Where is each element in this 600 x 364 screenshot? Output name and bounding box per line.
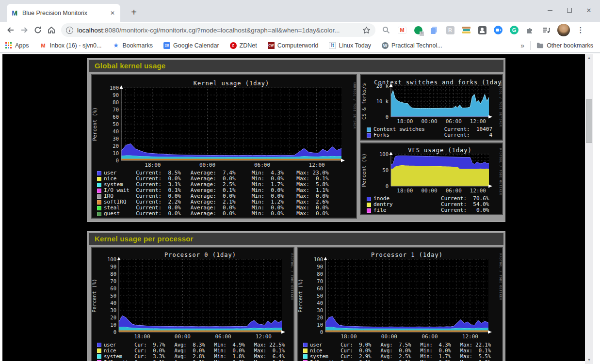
- zoom-extension-icon[interactable]: [493, 25, 503, 35]
- svg-text:50: 50: [317, 293, 323, 299]
- svg-text:70: 70: [113, 107, 119, 112]
- library-extension-icon[interactable]: [461, 25, 471, 35]
- page-info-icon[interactable]: i: [66, 27, 73, 34]
- svg-text:80: 80: [110, 271, 116, 277]
- signal-extension-icon[interactable]: [477, 25, 487, 35]
- tab-blue-precision-monitorix[interactable]: MM Blue Precision Monitorix ✕: [7, 4, 120, 22]
- bookmark-zdnet[interactable]: Z ZDNet: [230, 42, 257, 49]
- search-extension-icon[interactable]: [381, 25, 391, 35]
- scroll-up-icon[interactable]: ▲: [585, 54, 593, 62]
- svg-text:60: 60: [113, 114, 119, 120]
- svg-text:RRDTOOL / TOBI OETIKER: RRDTOOL / TOBI OETIKER: [499, 253, 502, 301]
- forward-icon: [20, 26, 29, 34]
- profile-avatar[interactable]: [557, 24, 570, 36]
- bookmarks-overflow-icon[interactable]: »: [520, 42, 524, 49]
- svg-text:50: 50: [110, 293, 116, 299]
- svg-text:Context switches and forks (1: Context switches and forks (1day): [374, 79, 502, 86]
- browser-window: MM Blue Precision Monitorix ✕ + ✕ i loca…: [0, 0, 600, 364]
- svg-text:12:00: 12:00: [470, 118, 486, 125]
- bookmark-apps[interactable]: Apps: [5, 42, 29, 49]
- bookmark-inbox[interactable]: M Inbox (16) - sjvn0...: [40, 42, 102, 49]
- legend-row: user Cur: 9.0% Avg: 7.5% Min: 4.3% Max: …: [303, 342, 491, 348]
- svg-text:18:00: 18:00: [397, 188, 413, 194]
- legend-text: I/O wait Cur: 0.1% Avg: 0.1% Min: 0.0% M…: [310, 359, 491, 361]
- computerworld-icon: CW: [268, 42, 275, 49]
- gmail-extension-icon[interactable]: M: [397, 25, 407, 35]
- svg-text:12:00: 12:00: [462, 333, 478, 340]
- reload-button[interactable]: [31, 23, 45, 37]
- vfs-usage-graph[interactable]: VFS usage (1day)10050018:0000:0006:0012:…: [360, 142, 503, 215]
- svg-text:40: 40: [110, 300, 116, 306]
- legend-swatch-icon: [97, 360, 101, 361]
- svg-text:70: 70: [317, 278, 323, 284]
- legend-text: file Current: 0.0%: [373, 207, 489, 213]
- legend-row: I/O wait Cur: 0.1% Avg: 0.1% Min: 0.0% M…: [303, 359, 491, 361]
- svg-text:50: 50: [113, 121, 119, 127]
- url-text[interactable]: localhost:8080/monitorix-cgi/monitorix.c…: [77, 27, 362, 34]
- home-button[interactable]: [45, 23, 58, 37]
- svg-text:18:00: 18:00: [341, 333, 357, 340]
- bookmark-computerworld[interactable]: CW Computerworld: [268, 42, 319, 49]
- minimize-button[interactable]: [544, 4, 556, 16]
- svg-text:70: 70: [110, 278, 116, 284]
- legend-swatch-icon: [97, 171, 101, 175]
- svg-text:20: 20: [110, 315, 116, 320]
- legend-swatch-icon: [367, 203, 371, 207]
- grammarly-extension-icon[interactable]: G: [509, 25, 519, 35]
- context-switches-graph[interactable]: Context switches and forks (1day)20 k10 …: [360, 74, 503, 141]
- graph-legend: Context switches Current: 10407Forks Cur…: [367, 127, 492, 138]
- bookmark-google-calendar[interactable]: 28 Google Calendar: [163, 42, 219, 49]
- svg-text:00:00: 00:00: [175, 333, 191, 340]
- bookmark-bookmarks[interactable]: ★ Bookmarks: [113, 42, 153, 49]
- scroll-down-icon[interactable]: ▼: [585, 356, 593, 364]
- svg-text:12:00: 12:00: [309, 162, 325, 168]
- reader-extension-icon[interactable]: R: [445, 25, 455, 35]
- svg-text:Processor 0 (1day): Processor 0 (1day): [164, 252, 236, 258]
- legend-swatch-icon: [367, 127, 371, 132]
- bookmark-practical-technology[interactable]: W Practical Technol...: [382, 42, 442, 49]
- bookmark-linux-today[interactable]: lt Linux Today: [329, 42, 371, 49]
- legend-text: user Cur: 9.0% Avg: 7.5% Min: 4.3% Max: …: [310, 342, 491, 348]
- svg-text:0: 0: [320, 329, 323, 335]
- url-bar[interactable]: i localhost:8080/monitorix-cgi/monitorix…: [61, 23, 375, 37]
- svg-text:RRDTOOL / TOBI OETIKER: RRDTOOL / TOBI OETIKER: [353, 82, 356, 129]
- svg-text:CS & forks/s: CS & forks/s: [361, 83, 367, 120]
- scrollbar-thumb[interactable]: [586, 99, 592, 143]
- graph-legend: user Cur: 9.7% Avg: 8.3% Min: 4.9% Max: …: [97, 342, 285, 361]
- maximize-button[interactable]: [563, 4, 576, 16]
- other-bookmarks-button[interactable]: Other bookmarks: [536, 42, 593, 49]
- minimize-icon: [548, 10, 552, 11]
- processor-0-graph[interactable]: Processor 0 (1day)1009080706050403020100…: [91, 247, 294, 361]
- browser-menu-icon[interactable]: ⋮: [576, 26, 585, 34]
- close-window-button[interactable]: ✕: [583, 4, 595, 16]
- puzzle-extensions-icon[interactable]: [525, 25, 535, 35]
- legend-swatch-icon: [367, 208, 371, 213]
- new-tab-button[interactable]: +: [127, 6, 141, 19]
- svg-text:12:00: 12:00: [470, 188, 486, 194]
- voice-extension-icon[interactable]: ?: [413, 25, 423, 35]
- svg-text:06:00: 06:00: [446, 188, 462, 194]
- legend-swatch-icon: [303, 343, 308, 347]
- svg-text:80: 80: [113, 99, 119, 105]
- vertical-scrollbar[interactable]: ▲ ▼: [585, 54, 593, 364]
- copy-pages-extension-icon[interactable]: [429, 25, 439, 35]
- svg-text:10: 10: [317, 322, 323, 328]
- tab-close-icon[interactable]: ✕: [109, 10, 116, 16]
- svg-text:0: 0: [114, 329, 116, 335]
- legend-row: I/O wait Cur: 0.1% Avg: 0.1% Min: 0.0% M…: [97, 359, 285, 361]
- back-button[interactable]: [4, 23, 17, 37]
- section-kernel-usage-per-processor: Kernel usage per processor Processor 0 (…: [87, 231, 505, 361]
- section-title: Global kernel usage: [89, 60, 503, 72]
- svg-text:Percent (%): Percent (%): [298, 279, 303, 313]
- playlist-extension-icon[interactable]: [541, 25, 551, 35]
- calendar-icon: 28: [163, 42, 170, 49]
- processor-1-graph[interactable]: Processor 1 (1day)1009080706050403020100…: [297, 247, 503, 361]
- forward-button[interactable]: [17, 23, 31, 37]
- svg-text:90: 90: [317, 264, 323, 269]
- svg-text:00:00: 00:00: [199, 162, 215, 168]
- kernel-usage-graph[interactable]: Kernel usage (1day)100908070605040302010…: [91, 74, 357, 219]
- bookmark-star-icon[interactable]: [362, 26, 371, 34]
- svg-text:20 k: 20 k: [376, 83, 389, 89]
- graph-legend: user Cur: 9.0% Avg: 7.5% Min: 4.3% Max: …: [303, 342, 491, 361]
- svg-text:60: 60: [110, 285, 116, 291]
